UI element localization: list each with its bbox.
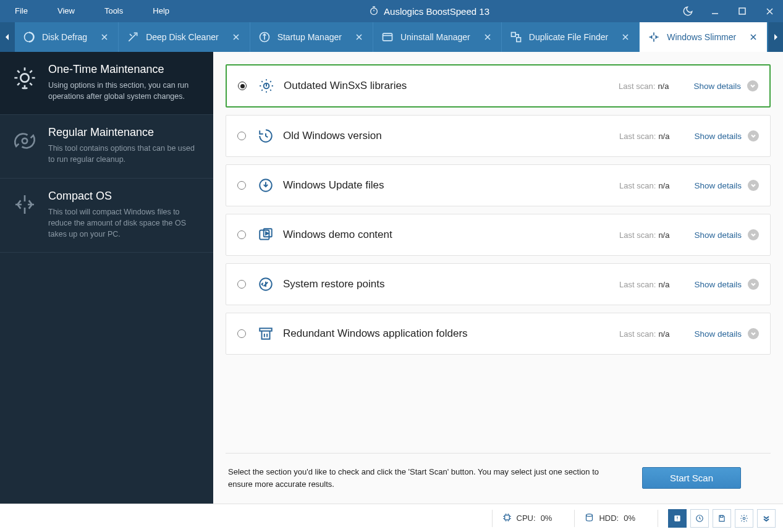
- tab-close-icon[interactable]: [354, 32, 364, 42]
- titlebar: File View Tools Help Auslogics BoostSpee…: [0, 0, 783, 22]
- chevron-down-icon[interactable]: [748, 229, 759, 240]
- option-icon: [258, 77, 275, 95]
- last-scan-label: Last scan:: [619, 280, 656, 289]
- tab-close-icon[interactable]: [99, 32, 109, 42]
- scan-option-windows-update-files[interactable]: Windows Update filesLast scan:n/aShow de…: [226, 164, 771, 206]
- show-details-link[interactable]: Show details: [693, 82, 741, 91]
- sidebar-item-desc: This tool will compact Windows files to …: [48, 206, 202, 240]
- option-icon: [257, 127, 274, 145]
- radio-icon[interactable]: [237, 132, 246, 140]
- option-title: Windows demo content: [283, 229, 619, 241]
- tab-close-icon[interactable]: [483, 32, 493, 42]
- svg-rect-4: [383, 33, 392, 41]
- statusbar: CPU: 0% HDD: 0%: [0, 504, 783, 532]
- tab-label: Disk Defrag: [42, 32, 87, 42]
- last-scan-value: n/a: [658, 82, 669, 91]
- tab-icon: [647, 30, 661, 44]
- tab-icon: [22, 30, 36, 44]
- scan-option-system-restore-points[interactable]: System restore pointsLast scan:n/aShow d…: [226, 263, 771, 305]
- sidebar-item-regular-maintenance[interactable]: Regular MaintenanceThis tool contains op…: [0, 115, 213, 178]
- tab-startup-manager[interactable]: Startup Manager: [250, 22, 373, 52]
- last-scan-value: n/a: [658, 132, 669, 141]
- main-menu: File View Tools Help: [0, 0, 184, 22]
- status-cpu: CPU: 0%: [502, 513, 565, 524]
- hdd-value: 0%: [624, 513, 635, 523]
- chevron-down-icon[interactable]: [748, 180, 759, 191]
- svg-rect-15: [504, 515, 509, 520]
- chevron-down-icon[interactable]: [747, 80, 758, 91]
- svg-point-16: [586, 513, 593, 516]
- scan-option-redundant-windows-application-folders[interactable]: Redundant Windows application foldersLas…: [226, 313, 771, 355]
- last-scan-label: Last scan:: [619, 329, 656, 339]
- sidebar-item-desc: Using options in this section, you can r…: [48, 80, 202, 102]
- content: Outdated WinSxS librariesLast scan:n/aSh…: [213, 52, 783, 504]
- status-hdd: HDD: 0%: [585, 513, 648, 524]
- hdd-label: HDD:: [599, 513, 619, 523]
- scan-option-windows-demo-content[interactable]: Windows demo contentLast scan:n/aShow de…: [226, 214, 771, 256]
- status-clock-button[interactable]: [690, 509, 709, 528]
- tab-uninstall-manager[interactable]: Uninstall Manager: [373, 22, 502, 52]
- scan-options-list: Outdated WinSxS librariesLast scan:n/aSh…: [226, 64, 771, 453]
- theme-toggle-icon[interactable]: [674, 0, 701, 22]
- last-scan-value: n/a: [658, 280, 669, 289]
- menu-view[interactable]: View: [43, 0, 90, 22]
- scan-option-outdated-winsxs-libraries[interactable]: Outdated WinSxS librariesLast scan:n/aSh…: [226, 64, 771, 108]
- last-scan-label: Last scan:: [619, 82, 655, 91]
- sidebar-item-compact-os[interactable]: Compact OSThis tool will compact Windows…: [0, 179, 213, 253]
- tab-label: Deep Disk Cleaner: [146, 32, 219, 42]
- chevron-down-icon[interactable]: [748, 130, 759, 141]
- show-details-link[interactable]: Show details: [694, 280, 742, 289]
- stopwatch-icon: [369, 6, 379, 17]
- statusbar-buttons: [668, 509, 776, 528]
- footer-hint: Select the section you'd like to check a…: [228, 466, 624, 490]
- cpu-label: CPU:: [517, 513, 536, 523]
- tab-icon: [126, 30, 140, 44]
- minimize-button[interactable]: [701, 0, 729, 22]
- radio-icon[interactable]: [237, 280, 246, 289]
- status-expand-button[interactable]: [757, 509, 776, 528]
- show-details-link[interactable]: Show details: [694, 329, 742, 339]
- svg-rect-1: [739, 8, 745, 14]
- tab-disk-defrag[interactable]: Disk Defrag: [15, 22, 119, 52]
- tab-close-icon[interactable]: [748, 32, 758, 42]
- option-icon: [257, 226, 274, 243]
- radio-icon[interactable]: [237, 230, 246, 239]
- status-save-button[interactable]: [713, 509, 731, 528]
- start-scan-button[interactable]: Start Scan: [642, 467, 741, 489]
- scan-option-old-windows-version[interactable]: Old Windows versionLast scan:n/aShow det…: [226, 115, 771, 157]
- tab-close-icon[interactable]: [620, 32, 630, 42]
- show-details-link[interactable]: Show details: [694, 132, 742, 141]
- menu-help[interactable]: Help: [138, 0, 184, 22]
- show-details-link[interactable]: Show details: [694, 181, 742, 190]
- svg-rect-5: [511, 33, 515, 37]
- close-button[interactable]: [756, 0, 783, 22]
- radio-icon[interactable]: [238, 82, 247, 90]
- tab-windows-slimmer[interactable]: Windows Slimmer: [640, 22, 767, 52]
- show-details-link[interactable]: Show details: [694, 230, 742, 240]
- tabs-scroll-right[interactable]: [768, 22, 783, 52]
- sidebar-item-title: Regular Maintenance: [48, 126, 202, 139]
- last-scan-value: n/a: [658, 181, 669, 190]
- radio-icon[interactable]: [237, 329, 246, 338]
- last-scan-label: Last scan:: [619, 230, 656, 240]
- svg-point-8: [22, 138, 27, 143]
- chevron-down-icon[interactable]: [748, 328, 759, 339]
- tab-duplicate-file-finder[interactable]: Duplicate File Finder: [502, 22, 640, 52]
- app-title-text: Auslogics BoostSpeed 13: [384, 6, 489, 17]
- tabs-scroll-left[interactable]: [0, 22, 15, 52]
- svg-rect-6: [517, 38, 521, 42]
- sidebar-item-icon: [11, 63, 38, 102]
- sidebar-item-one-time-maintenance[interactable]: One-Time MaintenanceUsing options in thi…: [0, 52, 213, 115]
- status-settings-button[interactable]: [735, 509, 753, 528]
- menu-file[interactable]: File: [0, 0, 43, 22]
- status-alert-button[interactable]: [668, 509, 687, 528]
- tab-deep-disk-cleaner[interactable]: Deep Disk Cleaner: [119, 22, 250, 52]
- tab-close-icon[interactable]: [231, 32, 241, 42]
- svg-rect-11: [260, 230, 269, 239]
- maximize-button[interactable]: [729, 0, 756, 22]
- option-icon: [257, 276, 274, 293]
- radio-icon[interactable]: [237, 181, 246, 190]
- menu-tools[interactable]: Tools: [90, 0, 138, 22]
- chevron-down-icon[interactable]: [748, 279, 759, 290]
- last-scan-value: n/a: [658, 329, 669, 339]
